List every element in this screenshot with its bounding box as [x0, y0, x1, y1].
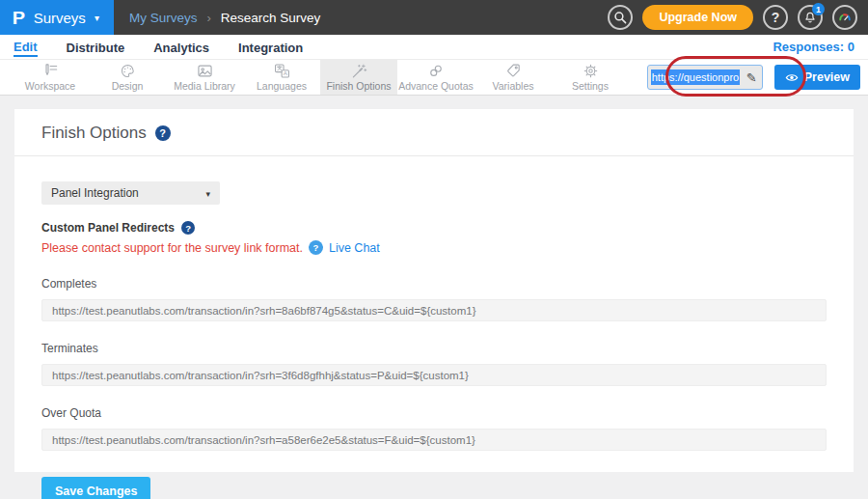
tag-icon [504, 63, 522, 79]
finish-options-help-icon[interactable]: ? [155, 125, 171, 141]
header-actions: Upgrade Now ? 1 [608, 5, 868, 30]
product-switcher[interactable]: P Surveys ▾ [0, 0, 114, 35]
redirects-help-icon[interactable]: ? [181, 221, 195, 235]
survey-url-selected-text[interactable]: https://questionpro.com/t/A [651, 69, 740, 85]
questionpro-logo-icon: P [13, 9, 25, 27]
breadcrumb: My Surveys › Research Survey [129, 11, 320, 25]
notifications-button[interactable]: 1 [798, 5, 823, 30]
toolbar-item-design[interactable]: Design [89, 60, 166, 95]
workspace-icon [41, 63, 60, 79]
tab-analytics[interactable]: Analytics [153, 39, 209, 55]
question-mark-icon: ? [772, 10, 780, 25]
search-icon [613, 11, 627, 24]
toolbar-item-workspace[interactable]: Workspace [12, 60, 89, 95]
product-name: Surveys [34, 10, 86, 26]
chevron-down-icon: ▾ [205, 189, 210, 199]
survey-url-field[interactable]: https://questionpro.com/t/A ✎ [647, 65, 763, 90]
search-button[interactable] [608, 5, 633, 30]
toolbar-item-languages[interactable]: A Languages [243, 60, 320, 95]
breadcrumb-separator-icon: › [206, 11, 210, 25]
gear-icon [583, 63, 599, 79]
finish-options-panel: Finish Options ? Panel Integration ▾ Cus… [14, 109, 854, 472]
terminates-label: Terminates [41, 342, 827, 355]
panel-body: Panel Integration ▾ Custom Panel Redirec… [14, 156, 854, 499]
over-quota-label: Over Quota [41, 406, 827, 420]
account-menu-button[interactable] [832, 5, 857, 30]
completes-label: Completes [41, 277, 827, 291]
chevron-down-icon: ▾ [95, 13, 99, 23]
toolbar-item-advance-quotas[interactable]: Advance Quotas [397, 60, 475, 95]
terminates-url-input[interactable]: https://test.peanutlabs.com/transaction/… [41, 364, 827, 386]
breadcrumb-my-surveys[interactable]: My Surveys [129, 11, 198, 25]
tab-integration[interactable]: Integration [238, 39, 303, 55]
edit-toolbar: Workspace Design Media Library [0, 60, 868, 96]
translate-icon: A [273, 63, 291, 79]
support-warning-row: Please contact support for the survey li… [41, 240, 827, 255]
page-title: Finish Options [41, 124, 147, 143]
help-button[interactable]: ? [763, 5, 788, 30]
upgrade-now-button[interactable]: Upgrade Now [642, 5, 753, 30]
support-warning-text: Please contact support for the survey li… [41, 241, 303, 255]
toolbar-item-settings[interactable]: Settings [552, 60, 629, 95]
toolbar-item-variables[interactable]: Variables [475, 60, 552, 95]
preview-label: Preview [804, 70, 850, 84]
chain-link-icon [427, 63, 445, 79]
palette-icon [120, 63, 136, 79]
tab-distribute[interactable]: Distribute [67, 39, 125, 55]
completes-url-input[interactable]: https://test.peanutlabs.com/transaction/… [41, 299, 827, 321]
edit-url-pencil-icon[interactable]: ✎ [746, 70, 757, 85]
responses-count[interactable]: Responses: 0 [773, 40, 854, 54]
preview-button[interactable]: Preview [774, 65, 860, 90]
image-icon [196, 63, 214, 79]
magic-wand-icon [350, 63, 367, 79]
notification-badge: 1 [812, 3, 825, 15]
toolbar-spacer [629, 60, 647, 95]
toolbar-item-finish-options[interactable]: Finish Options [320, 60, 397, 95]
finish-option-type-dropdown[interactable]: Panel Integration ▾ [41, 181, 220, 205]
gauge-avatar-icon [837, 10, 853, 25]
save-changes-button[interactable]: Save Changes [41, 477, 150, 499]
custom-panel-redirects-label: Custom Panel Redirects ? [41, 221, 827, 235]
live-chat-icon[interactable]: ? [309, 240, 323, 255]
toolbar-item-media-library[interactable]: Media Library [166, 60, 243, 95]
tab-edit[interactable]: Edit [14, 38, 38, 57]
survey-section-nav: Edit Distribute Analytics Integration Re… [0, 35, 868, 60]
dropdown-selected-value: Panel Integration [51, 186, 139, 200]
top-header-bar: P Surveys ▾ My Surveys › Research Survey… [0, 0, 868, 35]
breadcrumb-current-survey: Research Survey [221, 11, 321, 25]
eye-icon [785, 72, 799, 83]
over-quota-url-input[interactable]: https://test.peanutlabs.com/transaction/… [41, 429, 827, 451]
panel-header: Finish Options ? [14, 109, 854, 156]
live-chat-link[interactable]: Live Chat [329, 241, 380, 255]
